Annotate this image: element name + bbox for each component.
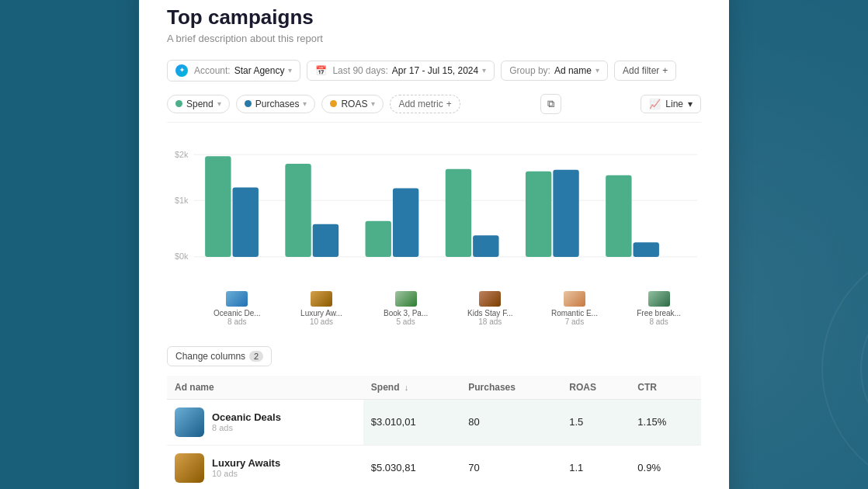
roas-chevron-icon: ▾ — [371, 99, 375, 108]
chart-bar — [285, 163, 311, 256]
chart-bar — [366, 220, 391, 256]
purchases-dot — [245, 100, 252, 107]
svg-text:$0k: $0k — [175, 251, 189, 260]
purchases-cell-0: 80 — [460, 399, 561, 445]
chart-bar — [446, 168, 471, 256]
chart-label-name-1: Luxury Aw... — [300, 309, 342, 317]
chart-bar — [634, 242, 659, 257]
chart-label-2: Book 3, Pa... 5 ads — [375, 291, 437, 326]
chart-label-name-4: Romantic E... — [551, 309, 598, 317]
col-header-roas: ROAS — [561, 376, 630, 400]
add-filter-button[interactable]: Add filter + — [614, 61, 676, 81]
metrics-bar: Spend ▾ Purchases ▾ ROAS ▾ Add metric + … — [167, 94, 701, 123]
purchases-metric-pill[interactable]: Purchases ▾ — [236, 95, 316, 113]
add-metric-button[interactable]: Add metric + — [390, 95, 460, 113]
ad-info-1: Luxury Awaits 10 ads — [212, 457, 280, 478]
table-row: Luxury Awaits 10 ads $5.030,81 70 1.1 0.… — [167, 445, 701, 489]
date-filter[interactable]: 📅 Last 90 days: Apr 17 - Jul 15, 2024 ▾ — [307, 61, 495, 81]
ad-thumbnail-0 — [175, 408, 204, 437]
chart-label-ads-3: 18 ads — [478, 317, 502, 326]
page-title: Top campaigns — [167, 5, 701, 29]
chart-bar — [393, 188, 418, 256]
col-header-ctr: CTR — [630, 376, 701, 400]
account-icon: ✦ — [175, 64, 188, 77]
change-columns-count: 2 — [249, 351, 263, 362]
roas-dot — [330, 100, 337, 107]
chart-label-5: Free break... 8 ads — [628, 291, 690, 326]
chart-bar — [205, 156, 231, 257]
add-metric-label: Add metric — [398, 99, 443, 109]
roas-metric-pill[interactable]: ROAS ▾ — [321, 95, 384, 113]
ad-ads-1: 10 ads — [212, 469, 280, 478]
svg-text:$2k: $2k — [175, 150, 189, 159]
groupby-chevron-icon: ▾ — [595, 66, 599, 75]
sliders-icon: ⧉ — [547, 98, 554, 109]
chart-filter-icon-button[interactable]: ⧉ — [540, 94, 561, 114]
ctr-cell-1: 0.9% — [630, 445, 701, 489]
col-header-purchases: Purchases — [460, 376, 561, 400]
groupby-value: Ad name — [554, 65, 592, 76]
add-metric-plus-icon: + — [446, 99, 452, 109]
chart-label-name-5: Free break... — [637, 309, 681, 317]
ad-ads-0: 8 ads — [212, 423, 281, 432]
chart-label-1: Luxury Aw... 10 ads — [290, 291, 352, 326]
add-filter-plus-icon: + — [662, 65, 668, 76]
spend-chevron-icon: ▾ — [217, 99, 221, 108]
chart-label-ads-4: 7 ads — [565, 317, 584, 326]
chart-label-name-3: Kids Stay F... — [467, 309, 512, 317]
chart-bar — [526, 171, 551, 256]
chart-x-labels: Oceanic De... 8 ads Luxury Aw... 10 ads … — [167, 286, 701, 326]
ad-name-0: Oceanic Deals — [212, 411, 281, 423]
spend-cell-1: $5.030,81 — [363, 445, 460, 489]
chart-bar — [313, 224, 339, 256]
line-chart-icon: 📈 — [649, 99, 661, 109]
chart-label-name-0: Oceanic De... — [214, 309, 261, 317]
bar-chart: $2k $1k $0k — [167, 132, 701, 283]
spend-label: Spend — [186, 99, 214, 109]
chart-type-label: Line — [665, 99, 683, 109]
purchases-cell-1: 70 — [460, 445, 561, 489]
chart-bar — [233, 187, 259, 256]
spend-metric-pill[interactable]: Spend ▾ — [167, 95, 230, 113]
ctr-cell-0: 1.15% — [630, 399, 701, 445]
ad-thumbnail-1 — [175, 453, 204, 483]
chart-label-3: Kids Stay F... 18 ads — [459, 291, 521, 326]
account-filter[interactable]: ✦ Account: Star Agency ▾ — [167, 60, 300, 82]
account-value: Star Agency — [234, 65, 285, 76]
ad-name-cell-1: Luxury Awaits 10 ads — [167, 445, 363, 489]
table-toolbar: Change columns 2 — [167, 340, 701, 373]
chart-bar — [553, 169, 578, 256]
roas-label: ROAS — [341, 99, 367, 109]
date-value: Apr 17 - Jul 15, 2024 — [392, 65, 478, 76]
chart-bar — [473, 235, 498, 257]
chart-type-chevron-icon: ▾ — [688, 99, 693, 109]
chart-bar — [606, 175, 631, 256]
calendar-icon: 📅 — [315, 65, 327, 76]
campaigns-table: Ad name Spend ↓ Purchases ROAS CTR — [167, 376, 701, 490]
purchases-chevron-icon: ▾ — [303, 99, 307, 108]
col-header-adname: Ad name — [167, 376, 363, 400]
chart-label-ads-5: 8 ads — [649, 317, 668, 326]
page-description: A brief description about this report — [167, 33, 701, 44]
ad-name-cell-0: Oceanic Deals 8 ads — [167, 399, 363, 445]
chart-label-ads-0: 8 ads — [227, 317, 246, 326]
chart-label-4: Romantic E... 7 ads — [543, 291, 606, 326]
chart-type-button[interactable]: 📈 Line ▾ — [641, 95, 701, 113]
purchases-label: Purchases — [255, 99, 300, 109]
account-label: Account: — [194, 65, 231, 76]
table-row: Oceanic Deals 8 ads $3.010,01 80 1.5 1.1… — [167, 399, 701, 445]
spend-dot — [175, 100, 182, 107]
spend-cell-0: $3.010,01 — [363, 399, 460, 445]
chart-label-ads-1: 10 ads — [310, 317, 333, 326]
table-section: Change columns 2 Ad name Spend ↓ Purchas… — [167, 340, 701, 490]
roas-cell-0: 1.5 — [561, 399, 630, 445]
roas-cell-1: 1.1 — [561, 445, 630, 489]
change-columns-button[interactable]: Change columns 2 — [167, 346, 272, 366]
col-header-spend: Spend ↓ — [363, 376, 460, 400]
spend-sort-icon: ↓ — [404, 383, 409, 392]
ad-name-1: Luxury Awaits — [212, 457, 280, 469]
chart-label-ads-2: 5 ads — [396, 317, 415, 326]
account-chevron-icon: ▾ — [288, 66, 292, 75]
chart-svg: $2k $1k $0k — [167, 132, 701, 283]
groupby-filter[interactable]: Group by: Ad name ▾ — [501, 61, 608, 81]
